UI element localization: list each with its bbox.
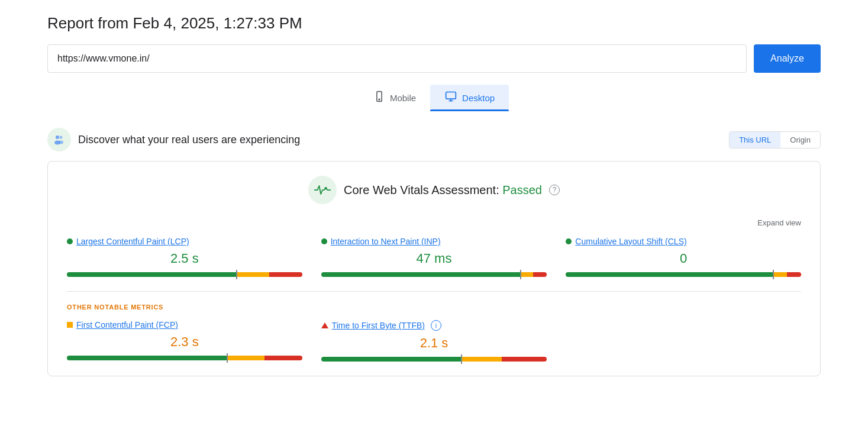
discover-section-header: Discover what your real users are experi… xyxy=(47,128,821,151)
report-title: Report from Feb 4, 2025, 1:27:33 PM xyxy=(47,14,821,33)
metric-inp-name[interactable]: Interaction to Next Paint (INP) xyxy=(331,237,441,246)
core-metrics-grid: Largest Contentful Paint (LCP)2.5 sInter… xyxy=(67,237,801,292)
metric-cls: Cumulative Layout Shift (CLS)0 xyxy=(556,237,801,277)
tab-mobile-label: Mobile xyxy=(390,93,416,103)
expand-view-row: Expand view xyxy=(67,218,801,227)
device-tabs: Mobile Desktop xyxy=(47,85,821,111)
tab-desktop[interactable]: Desktop xyxy=(430,85,509,111)
metric-cls-name[interactable]: Cumulative Layout Shift (CLS) xyxy=(575,237,686,246)
svg-point-5 xyxy=(56,135,59,139)
desktop-icon xyxy=(444,91,457,105)
notable-metric-ttfb-name-row: Time to First Byte (TTFB)i xyxy=(321,320,547,331)
tab-desktop-label: Desktop xyxy=(462,93,495,103)
pulse-icon-container xyxy=(308,176,337,204)
metric-inp-bar xyxy=(321,272,547,277)
ttfb-info-icon[interactable]: i xyxy=(431,320,441,331)
notable-metric-ttfb-name[interactable]: Time to First Byte (TTFB) xyxy=(332,321,425,330)
notable-metric-ttfb: Time to First Byte (TTFB)i2.1 s xyxy=(312,320,557,362)
metric-lcp-name-row: Largest Contentful Paint (LCP) xyxy=(67,237,302,246)
notable-metrics-label: OTHER NOTABLE METRICS xyxy=(67,304,801,311)
cwv-assessment: Core Web Vitals Assessment: Passed ? xyxy=(67,176,801,207)
metric-lcp-value: 2.5 s xyxy=(67,251,302,266)
notable-metric-fcp-name[interactable]: First Contentful Paint (FCP) xyxy=(76,320,178,330)
metric-lcp-indicator xyxy=(236,270,237,279)
users-icon-container xyxy=(47,128,71,151)
svg-point-1 xyxy=(379,99,380,100)
expand-view-link[interactable]: Expand view xyxy=(757,218,801,227)
url-bar-row: Analyze xyxy=(47,44,821,73)
analyze-button[interactable]: Analyze xyxy=(754,44,821,73)
origin-button[interactable]: Origin xyxy=(780,132,820,148)
metric-inp: Interaction to Next Paint (INP)47 ms xyxy=(312,237,557,277)
notable-metric-fcp-name-row: First Contentful Paint (FCP) xyxy=(67,320,302,330)
help-icon[interactable]: ? xyxy=(549,185,560,195)
metric-lcp: Largest Contentful Paint (LCP)2.5 s xyxy=(67,237,312,277)
metric-cls-bar xyxy=(566,272,801,277)
notable-metric-ttfb-indicator xyxy=(461,354,462,364)
metric-inp-value: 47 ms xyxy=(321,251,547,266)
discover-header-left: Discover what your real users are experi… xyxy=(47,128,300,151)
metric-lcp-dot xyxy=(67,238,73,244)
svg-point-9 xyxy=(325,187,327,189)
discover-text: Discover what your real users are experi… xyxy=(78,134,300,146)
svg-point-6 xyxy=(60,136,63,139)
triangle-badge-icon xyxy=(321,322,328,328)
cwv-assessment-row: Core Web Vitals Assessment: Passed ? xyxy=(308,176,560,204)
assessment-label: Core Web Vitals Assessment: Passed xyxy=(344,183,542,197)
metric-cls-indicator xyxy=(773,270,774,279)
svg-point-8 xyxy=(59,141,63,144)
metric-lcp-name[interactable]: Largest Contentful Paint (LCP) xyxy=(76,237,189,246)
metric-cls-value: 0 xyxy=(566,251,801,266)
mobile-icon xyxy=(373,91,385,105)
assessment-status: Passed xyxy=(502,183,542,196)
notable-metric-fcp-value: 2.3 s xyxy=(67,334,302,350)
notable-metric-fcp-bar xyxy=(67,356,302,360)
svg-rect-2 xyxy=(446,92,456,99)
metric-inp-name-row: Interaction to Next Paint (INP) xyxy=(321,237,547,246)
this-url-button[interactable]: This URL xyxy=(730,132,780,148)
notable-metrics-section: OTHER NOTABLE METRICS First Contentful P… xyxy=(67,304,801,362)
metric-inp-indicator xyxy=(520,270,521,279)
notable-metric-ttfb-value: 2.1 s xyxy=(321,335,547,351)
main-card: Core Web Vitals Assessment: Passed ? Exp… xyxy=(47,161,821,376)
square-badge-icon xyxy=(67,322,73,328)
notable-metric-ttfb-bar xyxy=(321,357,547,362)
notable-metric-fcp: First Contentful Paint (FCP)2.3 s xyxy=(67,320,312,362)
url-origin-toggle: This URL Origin xyxy=(729,131,821,149)
metric-lcp-bar xyxy=(67,272,302,277)
url-input[interactable] xyxy=(47,44,747,73)
tab-mobile[interactable]: Mobile xyxy=(359,85,430,111)
notable-metric-fcp-indicator xyxy=(227,353,228,363)
metric-cls-dot xyxy=(566,238,572,244)
notable-metrics-grid: First Contentful Paint (FCP)2.3 sTime to… xyxy=(67,320,801,362)
metric-cls-name-row: Cumulative Layout Shift (CLS) xyxy=(566,237,801,246)
metric-inp-dot xyxy=(321,238,327,244)
